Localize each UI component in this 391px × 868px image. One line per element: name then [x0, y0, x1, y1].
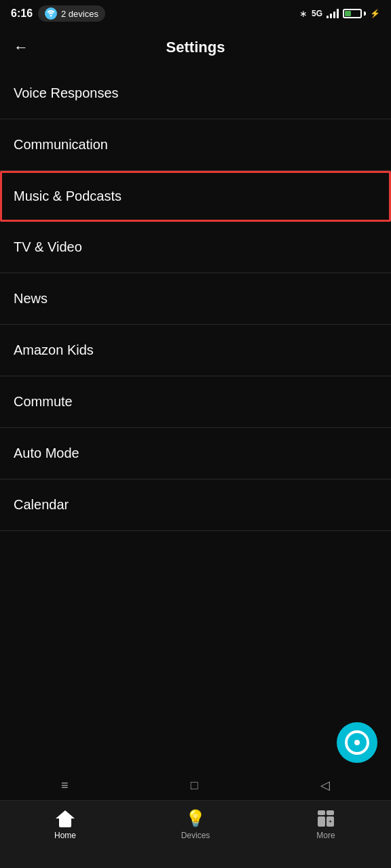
devices-icon: 💡: [186, 809, 205, 828]
settings-item-communication[interactable]: Communication: [0, 119, 391, 171]
settings-list: Voice ResponsesCommunicationMusic & Podc…: [0, 68, 391, 773]
settings-item-label: Commute: [14, 394, 73, 409]
system-navbar: ≡ □ ◁: [0, 773, 391, 800]
settings-item-label: Calendar: [14, 497, 69, 512]
svg-point-0: [50, 15, 52, 17]
settings-item-calendar[interactable]: Calendar: [0, 479, 391, 531]
back-button[interactable]: ←: [14, 39, 29, 56]
bottom-navigation: Home 💡 Devices + More: [0, 800, 391, 868]
more-icon: +: [316, 809, 335, 828]
home-icon: [56, 809, 75, 828]
settings-item-voice-responses[interactable]: Voice Responses: [0, 68, 391, 119]
settings-item-amazon-kids[interactable]: Amazon Kids: [0, 325, 391, 376]
nav-item-more[interactable]: + More: [261, 809, 391, 840]
settings-item-commute[interactable]: Commute: [0, 376, 391, 428]
settings-item-label: TV & Video: [14, 239, 82, 254]
alexa-fab-button[interactable]: [337, 722, 377, 763]
back-nav-button[interactable]: ◁: [320, 778, 330, 793]
settings-item-tv---video[interactable]: TV & Video: [0, 222, 391, 273]
network-icon: 5G: [312, 9, 322, 18]
hotspot-icon: [45, 7, 57, 20]
alexa-dot: [354, 740, 360, 745]
battery-container: [343, 9, 366, 18]
nav-label-devices: Devices: [181, 831, 210, 840]
page-title: Settings: [166, 39, 225, 56]
nav-label-more: More: [316, 831, 335, 840]
settings-item-label: Music & Podcasts: [14, 189, 122, 203]
settings-item-music---podcasts[interactable]: Music & Podcasts: [0, 171, 391, 222]
settings-item-news[interactable]: News: [0, 273, 391, 325]
bluetooth-icon: ∗: [299, 8, 308, 19]
settings-item-label: News: [14, 291, 48, 306]
status-time: 6:16: [11, 7, 33, 20]
nav-item-devices[interactable]: 💡 Devices: [130, 809, 261, 840]
settings-item-label: Voice Responses: [14, 85, 119, 100]
hotspot-label: 2 devices: [61, 9, 98, 19]
settings-item-label: Communication: [14, 137, 108, 152]
settings-item-auto-mode[interactable]: Auto Mode: [0, 428, 391, 479]
page-header: ← Settings: [0, 27, 391, 68]
alexa-ring: [345, 730, 369, 755]
status-left: 6:16 2 devices: [11, 5, 105, 22]
status-bar: 6:16 2 devices ∗ 5G: [0, 0, 391, 27]
hotspot-badge: 2 devices: [38, 5, 105, 22]
battery-box: [343, 9, 362, 18]
settings-item-label: Amazon Kids: [14, 342, 94, 357]
battery-fill: [345, 11, 351, 16]
battery-tip: [364, 12, 366, 16]
nav-item-home[interactable]: Home: [0, 809, 130, 840]
charging-icon: ⚡: [370, 9, 380, 18]
status-right: ∗ 5G ⚡: [299, 8, 380, 19]
settings-item-label: Auto Mode: [14, 446, 79, 460]
menu-button[interactable]: ≡: [61, 778, 69, 793]
home-button[interactable]: □: [191, 778, 198, 793]
nav-label-home: Home: [54, 831, 76, 840]
signal-bars: [327, 9, 339, 18]
